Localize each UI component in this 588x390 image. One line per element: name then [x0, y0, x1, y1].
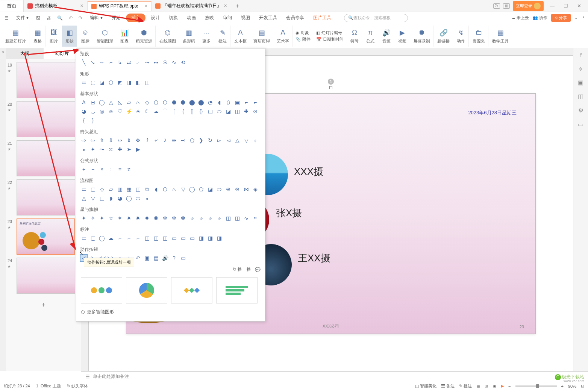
- heart-shape[interactable]: ♡: [116, 108, 124, 115]
- slidenum-button[interactable]: ◧ 幻灯片编号: [316, 30, 344, 36]
- fc-alt-shape[interactable]: ▢: [89, 185, 97, 193]
- template-card[interactable]: [216, 277, 258, 304]
- image-button[interactable]: 🖼图片: [46, 26, 61, 47]
- star10-shape[interactable]: ✹: [143, 214, 151, 222]
- grid-icon[interactable]: ⊞: [503, 3, 510, 9]
- fc-delay-shape[interactable]: ◗: [107, 194, 115, 202]
- callout-line2-shape[interactable]: ⌐: [125, 234, 133, 242]
- share-button[interactable]: ⎋ 分享: [551, 14, 571, 22]
- audio-button[interactable]: 🔊音频: [379, 26, 394, 47]
- theme-name[interactable]: 1_Office 主题: [36, 383, 61, 389]
- fc-disk-shape[interactable]: ⬭: [134, 194, 142, 202]
- arrow-pentagon-shape[interactable]: ⬠: [188, 137, 196, 144]
- feedback-icon[interactable]: 💬: [255, 267, 261, 272]
- add-tab-button[interactable]: +: [231, 1, 244, 11]
- arc-shape[interactable]: ◡: [89, 108, 97, 115]
- arrow-line-shape[interactable]: ↘: [89, 59, 97, 66]
- fc-data-shape[interactable]: ▱: [107, 185, 115, 193]
- minus-shape[interactable]: −: [89, 165, 97, 173]
- zoom-slider[interactable]: [515, 385, 557, 387]
- teaching-button[interactable]: ▦教学工具: [489, 26, 512, 47]
- elbow-double-shape[interactable]: ⇄: [125, 59, 133, 66]
- symbol-button[interactable]: Ω符号: [347, 26, 362, 47]
- can-shape[interactable]: ⬭: [215, 108, 223, 115]
- fit-button[interactable]: ⊡: [581, 384, 584, 388]
- fc-predef-shape[interactable]: ▥: [116, 185, 124, 193]
- ribbon-curved-up-shape[interactable]: ⟐: [206, 214, 214, 222]
- explosion2-shape[interactable]: ✧: [89, 214, 97, 222]
- bracket-shape[interactable]: [: [170, 108, 178, 115]
- octagon-shape[interactable]: ⯃: [179, 99, 187, 106]
- fc-display-shape[interactable]: ⬥: [143, 194, 151, 202]
- teardrop-shape[interactable]: ⬯: [224, 99, 232, 106]
- star32-shape[interactable]: ✽: [179, 214, 187, 222]
- arrow-curved-r-shape[interactable]: ⤳: [98, 146, 106, 153]
- curve-shape[interactable]: ⟋: [134, 59, 142, 66]
- resize-handle[interactable]: [329, 86, 332, 89]
- fc-internal-shape[interactable]: ▦: [125, 185, 133, 193]
- menu-vip[interactable]: 会员专享: [282, 13, 308, 23]
- menu-view[interactable]: 视图: [237, 13, 254, 23]
- callout-border1-shape[interactable]: ▭: [170, 234, 178, 242]
- zoom-out-button[interactable]: −: [508, 384, 511, 388]
- menu-devtools[interactable]: 开发工具: [255, 13, 281, 23]
- layers-icon[interactable]: ▣: [578, 79, 583, 86]
- callout-cloud-shape[interactable]: ☁: [107, 234, 115, 242]
- close-button[interactable]: ✕: [574, 2, 584, 10]
- search-input[interactable]: 🔍 查找命令、搜索模板: [344, 14, 408, 22]
- pentagon-shape[interactable]: ⬠: [152, 99, 160, 106]
- arrow-down-shape[interactable]: ⇩: [107, 137, 115, 144]
- fc-sort-shape[interactable]: ◈: [252, 185, 259, 193]
- table-button[interactable]: ▦表格: [30, 26, 45, 47]
- dodecagon-shape[interactable]: ⬤: [197, 99, 205, 106]
- textbox-button[interactable]: A文本框: [231, 26, 250, 47]
- line-shape[interactable]: ╲: [80, 59, 88, 66]
- snip1-shape[interactable]: ◪: [98, 79, 106, 86]
- diamond-shape[interactable]: ◇: [143, 99, 151, 106]
- trapezoid-shape[interactable]: ⏢: [134, 99, 142, 106]
- left-bracket-shape[interactable]: {: [80, 117, 88, 124]
- arrow-callout-r-shape[interactable]: ▻: [215, 137, 223, 144]
- comment-button[interactable]: ✎批注: [215, 26, 230, 47]
- arrow-right-shape[interactable]: ⇨: [80, 137, 88, 144]
- hyperlink-button[interactable]: 🔗超链接: [434, 26, 453, 47]
- arrow-bent-shape[interactable]: ⤴: [143, 137, 151, 144]
- beautify-button[interactable]: ◫ 智能美化: [415, 383, 436, 389]
- resource-button[interactable]: ⬢稻壳资源: [133, 26, 156, 47]
- decagon-shape[interactable]: ⬤: [188, 99, 196, 106]
- fc-collate-shape[interactable]: ⋈: [242, 185, 250, 193]
- book-icon[interactable]: ▭: [578, 121, 583, 128]
- view-reading-icon[interactable]: ▣: [493, 384, 496, 388]
- home-tab[interactable]: 首页: [0, 0, 24, 12]
- zoom-in-button[interactable]: +: [561, 384, 564, 388]
- callout-rect-shape[interactable]: ▭: [80, 234, 88, 242]
- arrow-callout-quad-shape[interactable]: ✦: [89, 146, 97, 153]
- donut-shape[interactable]: ◎: [98, 108, 106, 115]
- elbow-shape[interactable]: ⌐: [107, 59, 115, 66]
- star16-shape[interactable]: ✻: [161, 214, 169, 222]
- fc-merge-shape[interactable]: ▽: [89, 194, 97, 202]
- brace-shape[interactable]: {: [179, 108, 187, 115]
- fc-process-shape[interactable]: ▭: [80, 185, 88, 193]
- login-button[interactable]: 立即登录: [513, 1, 544, 11]
- cube-icon[interactable]: ◫: [578, 93, 583, 100]
- plaque-shape[interactable]: ▢: [206, 108, 214, 115]
- slideshow-icon[interactable]: ▶: [501, 384, 504, 388]
- arrow-callout-ud-shape[interactable]: ⬧: [80, 146, 88, 153]
- cross-shape[interactable]: ✚: [242, 108, 250, 115]
- arrow-curved-l-shape[interactable]: ⤲: [107, 146, 115, 153]
- callout-border2-shape[interactable]: ▭: [179, 234, 187, 242]
- smartart-button[interactable]: ⬡智能图形: [94, 26, 116, 47]
- fc-card-shape[interactable]: ◪: [206, 185, 214, 193]
- chord-shape[interactable]: ◖: [215, 99, 223, 106]
- scroll-h-shape[interactable]: ◫: [233, 214, 241, 222]
- datetime-button[interactable]: 📅 日期和时间: [316, 36, 344, 42]
- collab-button[interactable]: 👥 协作: [533, 15, 547, 21]
- lightning-shape[interactable]: ⚡: [125, 108, 133, 115]
- arrow-curved-shape[interactable]: ⤸: [161, 137, 169, 144]
- fc-tape-shape[interactable]: ⬭: [215, 185, 223, 193]
- fc-manualop-shape[interactable]: ▽: [179, 185, 187, 193]
- moon-shape[interactable]: ☾: [143, 108, 151, 115]
- textbox-v-shape[interactable]: ⊟: [89, 99, 97, 106]
- callout-accent3-shape[interactable]: ◫: [161, 234, 169, 242]
